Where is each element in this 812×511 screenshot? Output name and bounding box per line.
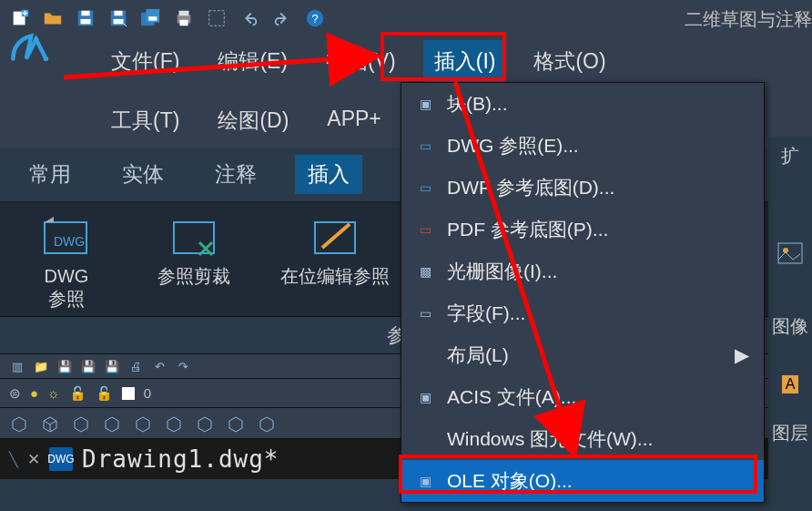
svg-rect-12 [179, 11, 189, 16]
mt-print-icon[interactable]: 🖨 [127, 358, 144, 374]
dwgref-menu-icon: ▭ [416, 137, 434, 155]
tab-entity[interactable]: 实体 [109, 155, 177, 194]
cube2-icon[interactable] [40, 414, 60, 434]
menu-tools[interactable]: 工具(T) [100, 99, 190, 142]
ole-menu-icon: ▣ [416, 472, 434, 490]
menu-item-raster-label: 光栅图像(I)... [447, 259, 557, 284]
menu-item-wmf[interactable]: Windows 图元文件(W)... [401, 418, 764, 460]
cube1-icon[interactable] [9, 414, 29, 434]
pdf-menu-icon: ▭ [416, 220, 434, 239]
svg-text:?: ? [311, 12, 318, 26]
svg-rect-21 [174, 222, 214, 253]
ribbon-edit-ref-label: 在位编辑参照 [280, 265, 390, 288]
menu-item-field[interactable]: ▭字段(F)... [401, 292, 764, 334]
menu-item-raster[interactable]: ▩光栅图像(I)... [401, 250, 764, 292]
saveas-icon[interactable] [106, 5, 131, 31]
menu-item-pdfunderlay[interactable]: ▭PDF 参考底图(P)... [401, 209, 764, 250]
mt-save2-icon[interactable]: 💾 [80, 358, 96, 374]
cube5-icon[interactable] [133, 414, 153, 434]
undo-icon[interactable] [237, 5, 262, 31]
open-icon[interactable] [40, 5, 66, 31]
svg-point-18 [34, 36, 38, 41]
edit-ref-icon [308, 216, 362, 260]
tab-annotate[interactable]: 注释 [202, 155, 269, 194]
menu-view[interactable]: 视图(V) [315, 40, 407, 83]
image-panel-icon[interactable] [776, 241, 804, 269]
svg-rect-10 [148, 16, 157, 21]
field-menu-icon: ▭ [416, 304, 434, 322]
acis-menu-icon: ▣ [416, 388, 434, 406]
menu-item-dwfunderlay-label: DWF 参考底图(D)... [447, 175, 614, 200]
cube7-icon[interactable] [195, 414, 215, 434]
dwf-menu-icon: ▭ [416, 179, 434, 197]
dwg-ref-icon: DWG [39, 216, 94, 260]
ribbon-dwg-ref-label: DWG参照 [45, 265, 89, 311]
layer-plot-icon[interactable]: 🔓 [96, 385, 113, 402]
menu-item-field-label: 字段(F)... [447, 301, 525, 326]
ribbon-ref-clip-label: 参照剪裁 [157, 265, 230, 288]
menu-file[interactable]: 文件(F) [100, 40, 190, 83]
menu-app[interactable]: APP+ [316, 99, 398, 142]
svg-rect-3 [81, 19, 91, 24]
ref-clip-icon [167, 216, 221, 260]
menu-item-dwgref[interactable]: ▭DWG 参照(E)... [401, 125, 764, 167]
redo-icon[interactable] [269, 5, 295, 31]
print-icon[interactable] [171, 5, 197, 31]
menu-draw[interactable]: 绘图(D) [207, 99, 299, 142]
menu-item-ole[interactable]: ▣OLE 对象(O)... [401, 460, 764, 502]
tab-insert[interactable]: 插入 [295, 155, 362, 194]
right-expand[interactable]: 扩 [781, 144, 799, 169]
menu-insert[interactable]: 插入(I) [423, 40, 507, 83]
layer-lock-icon[interactable]: 🔓 [69, 385, 86, 402]
menu-format[interactable]: 格式(O) [523, 40, 616, 83]
menu-item-block[interactable]: ▣块(B)... [401, 83, 764, 125]
svg-rect-6 [114, 19, 124, 24]
tab-common[interactable]: 常用 [16, 155, 84, 194]
ribbon-edit-ref[interactable]: 在位编辑参照 [271, 216, 399, 311]
svg-rect-13 [179, 20, 188, 26]
ribbon-dwg-ref[interactable]: DWG DWG参照 [16, 216, 117, 311]
menu-item-layout[interactable]: 布局(L)▶ [401, 334, 764, 376]
mt-save-icon[interactable]: 💾 [56, 358, 73, 374]
cube8-icon[interactable] [226, 414, 246, 434]
menu-item-wmf-label: Windows 图元文件(W)... [447, 426, 653, 452]
cube4-icon[interactable] [102, 414, 122, 434]
mt-open-icon[interactable]: 📁 [33, 358, 49, 374]
cube3-icon[interactable] [71, 414, 91, 434]
layer-vis-icon[interactable]: ⊜ [9, 385, 21, 402]
layer-bulb-icon[interactable]: ● [30, 385, 38, 401]
saveall-icon[interactable] [138, 5, 164, 31]
mt-redo-icon[interactable]: ↷ [175, 358, 191, 374]
svg-point-17 [44, 56, 48, 61]
mt-new-icon[interactable]: ▥ [9, 358, 25, 374]
svg-rect-4 [81, 11, 89, 16]
layer-name[interactable]: 0 [144, 385, 151, 401]
menu-edit[interactable]: 编辑(E) [207, 40, 299, 83]
close-tab-icon[interactable]: ✕ [27, 450, 40, 469]
mt-save3-icon[interactable]: 💾 [104, 358, 120, 374]
menu-item-ole-label: OLE 对象(O)... [447, 468, 573, 494]
select-icon[interactable] [204, 5, 229, 31]
save-icon[interactable] [73, 5, 98, 31]
svg-rect-14 [209, 11, 225, 26]
line-tool-icon[interactable]: ╲ [9, 451, 18, 468]
block-icon: ▣ [416, 95, 434, 113]
layer-a-icon[interactable]: A [782, 375, 799, 393]
layer-color-swatch[interactable] [122, 387, 135, 400]
menu-item-pdfunderlay-label: PDF 参考底图(P)... [447, 217, 608, 242]
cube6-icon[interactable] [164, 414, 184, 434]
workspace-label[interactable]: 二维草图与注释 [685, 7, 812, 32]
menu-item-dwfunderlay[interactable]: ▭DWF 参考底图(D)... [401, 167, 764, 209]
quick-access-toolbar: ? 二维草图与注释 [0, 0, 812, 36]
right-strip: 扩 图像 A 图层 [768, 137, 812, 510]
mt-undo-icon[interactable]: ↶ [151, 358, 167, 374]
menu-item-acis[interactable]: ▣ACIS 文件(A)... [401, 376, 764, 418]
new-icon[interactable] [7, 5, 33, 31]
cube9-icon[interactable] [257, 414, 277, 434]
submenu-arrow-icon: ▶ [735, 344, 749, 366]
dwg-file-icon: DWG [49, 447, 73, 471]
ribbon-ref-clip[interactable]: 参照剪裁 [144, 216, 244, 311]
help-icon[interactable]: ? [302, 5, 328, 31]
document-filename: Drawing1.dwg* [82, 445, 279, 473]
layer-sun-icon[interactable]: ☼ [47, 385, 60, 401]
